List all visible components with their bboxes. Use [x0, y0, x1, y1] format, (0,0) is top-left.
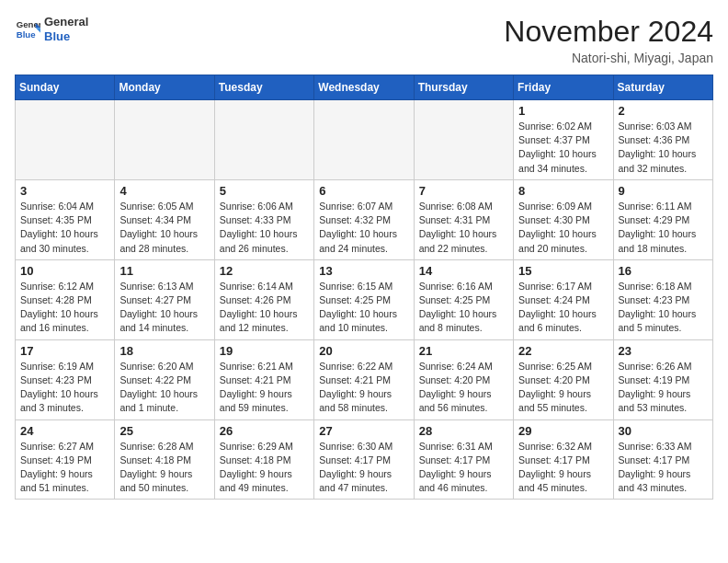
calendar-cell: 16Sunrise: 6:18 AM Sunset: 4:23 PM Dayli… — [613, 259, 712, 339]
day-info: Sunrise: 6:13 AM Sunset: 4:27 PM Dayligh… — [119, 280, 209, 336]
day-info: Sunrise: 6:06 AM Sunset: 4:33 PM Dayligh… — [220, 200, 309, 256]
day-number: 9 — [619, 184, 708, 198]
day-number: 28 — [419, 424, 508, 438]
day-info: Sunrise: 6:31 AM Sunset: 4:17 PM Dayligh… — [419, 440, 508, 496]
week-row-5: 24Sunrise: 6:27 AM Sunset: 4:19 PM Dayli… — [16, 419, 713, 500]
calendar-cell: 20Sunrise: 6:22 AM Sunset: 4:21 PM Dayli… — [314, 339, 414, 419]
day-info: Sunrise: 6:15 AM Sunset: 4:25 PM Dayligh… — [319, 280, 408, 336]
calendar-cell: 25Sunrise: 6:28 AM Sunset: 4:18 PM Dayli… — [115, 419, 214, 500]
day-info: Sunrise: 6:03 AM Sunset: 4:36 PM Dayligh… — [619, 120, 708, 176]
day-info: Sunrise: 6:29 AM Sunset: 4:18 PM Dayligh… — [220, 440, 309, 496]
calendar-cell — [214, 100, 313, 180]
calendar-cell: 4Sunrise: 6:05 AM Sunset: 4:34 PM Daylig… — [115, 179, 214, 259]
day-number: 30 — [619, 424, 708, 438]
day-number: 11 — [119, 264, 209, 278]
weekday-header-sunday: Sunday — [16, 75, 115, 100]
day-number: 26 — [220, 424, 309, 438]
calendar-cell — [414, 100, 513, 180]
calendar-cell: 26Sunrise: 6:29 AM Sunset: 4:18 PM Dayli… — [214, 419, 313, 500]
calendar-cell: 27Sunrise: 6:30 AM Sunset: 4:17 PM Dayli… — [314, 419, 414, 500]
page-header: General Blue General Blue November 2024 … — [15, 15, 713, 65]
calendar-cell: 28Sunrise: 6:31 AM Sunset: 4:17 PM Dayli… — [414, 419, 513, 500]
day-number: 14 — [419, 264, 508, 278]
day-info: Sunrise: 6:18 AM Sunset: 4:23 PM Dayligh… — [619, 280, 708, 336]
day-info: Sunrise: 6:09 AM Sunset: 4:30 PM Dayligh… — [518, 200, 608, 256]
day-info: Sunrise: 6:05 AM Sunset: 4:34 PM Dayligh… — [119, 200, 209, 256]
day-number: 10 — [20, 264, 109, 278]
day-info: Sunrise: 6:12 AM Sunset: 4:28 PM Dayligh… — [20, 280, 109, 336]
day-number: 19 — [220, 344, 309, 358]
logo-icon: General Blue — [15, 17, 40, 42]
day-number: 25 — [119, 424, 209, 438]
day-info: Sunrise: 6:30 AM Sunset: 4:17 PM Dayligh… — [319, 440, 408, 496]
day-info: Sunrise: 6:26 AM Sunset: 4:19 PM Dayligh… — [619, 360, 708, 416]
day-info: Sunrise: 6:07 AM Sunset: 4:32 PM Dayligh… — [319, 200, 408, 256]
calendar-cell: 8Sunrise: 6:09 AM Sunset: 4:30 PM Daylig… — [514, 179, 613, 259]
day-number: 29 — [518, 424, 608, 438]
calendar-cell: 24Sunrise: 6:27 AM Sunset: 4:19 PM Dayli… — [16, 419, 115, 500]
day-info: Sunrise: 6:21 AM Sunset: 4:21 PM Dayligh… — [220, 360, 309, 416]
day-number: 15 — [518, 264, 608, 278]
day-number: 6 — [319, 184, 408, 198]
calendar-cell: 21Sunrise: 6:24 AM Sunset: 4:20 PM Dayli… — [414, 339, 513, 419]
calendar-cell: 22Sunrise: 6:25 AM Sunset: 4:20 PM Dayli… — [514, 339, 613, 419]
calendar-cell: 18Sunrise: 6:20 AM Sunset: 4:22 PM Dayli… — [115, 339, 214, 419]
day-info: Sunrise: 6:16 AM Sunset: 4:25 PM Dayligh… — [419, 280, 508, 336]
weekday-header-wednesday: Wednesday — [314, 75, 414, 100]
calendar-cell: 1Sunrise: 6:02 AM Sunset: 4:37 PM Daylig… — [514, 100, 613, 180]
calendar-cell: 19Sunrise: 6:21 AM Sunset: 4:21 PM Dayli… — [214, 339, 313, 419]
calendar-cell — [314, 100, 414, 180]
day-number: 20 — [319, 344, 408, 358]
day-number: 13 — [319, 264, 408, 278]
day-number: 4 — [119, 184, 209, 198]
day-number: 1 — [518, 104, 608, 118]
calendar-cell: 14Sunrise: 6:16 AM Sunset: 4:25 PM Dayli… — [414, 259, 513, 339]
day-info: Sunrise: 6:19 AM Sunset: 4:23 PM Dayligh… — [20, 360, 109, 416]
day-number: 2 — [619, 104, 708, 118]
calendar-cell: 12Sunrise: 6:14 AM Sunset: 4:26 PM Dayli… — [214, 259, 313, 339]
week-row-4: 17Sunrise: 6:19 AM Sunset: 4:23 PM Dayli… — [16, 339, 713, 419]
day-info: Sunrise: 6:17 AM Sunset: 4:24 PM Dayligh… — [518, 280, 608, 336]
day-info: Sunrise: 6:02 AM Sunset: 4:37 PM Dayligh… — [518, 120, 608, 176]
day-info: Sunrise: 6:33 AM Sunset: 4:17 PM Dayligh… — [619, 440, 708, 496]
weekday-header-friday: Friday — [514, 75, 613, 100]
day-number: 21 — [419, 344, 508, 358]
calendar: SundayMondayTuesdayWednesdayThursdayFrid… — [15, 75, 713, 500]
calendar-cell: 10Sunrise: 6:12 AM Sunset: 4:28 PM Dayli… — [16, 259, 115, 339]
day-info: Sunrise: 6:24 AM Sunset: 4:20 PM Dayligh… — [419, 360, 508, 416]
day-number: 16 — [619, 264, 708, 278]
calendar-cell — [115, 100, 214, 180]
calendar-cell: 30Sunrise: 6:33 AM Sunset: 4:17 PM Dayli… — [613, 419, 712, 500]
day-info: Sunrise: 6:32 AM Sunset: 4:17 PM Dayligh… — [518, 440, 608, 496]
weekday-header-monday: Monday — [115, 75, 214, 100]
calendar-cell — [16, 100, 115, 180]
calendar-cell: 3Sunrise: 6:04 AM Sunset: 4:35 PM Daylig… — [16, 179, 115, 259]
day-info: Sunrise: 6:04 AM Sunset: 4:35 PM Dayligh… — [20, 200, 109, 256]
week-row-1: 1Sunrise: 6:02 AM Sunset: 4:37 PM Daylig… — [16, 100, 713, 180]
logo-line1: General — [44, 15, 88, 29]
calendar-cell: 17Sunrise: 6:19 AM Sunset: 4:23 PM Dayli… — [16, 339, 115, 419]
title-block: November 2024 Natori-shi, Miyagi, Japan — [504, 15, 713, 65]
weekday-header-saturday: Saturday — [613, 75, 712, 100]
day-info: Sunrise: 6:28 AM Sunset: 4:18 PM Dayligh… — [119, 440, 209, 496]
calendar-cell: 13Sunrise: 6:15 AM Sunset: 4:25 PM Dayli… — [314, 259, 414, 339]
calendar-cell: 7Sunrise: 6:08 AM Sunset: 4:31 PM Daylig… — [414, 179, 513, 259]
day-info: Sunrise: 6:20 AM Sunset: 4:22 PM Dayligh… — [119, 360, 209, 416]
day-info: Sunrise: 6:11 AM Sunset: 4:29 PM Dayligh… — [619, 200, 708, 256]
day-number: 17 — [20, 344, 109, 358]
weekday-row: SundayMondayTuesdayWednesdayThursdayFrid… — [16, 75, 713, 100]
calendar-header: SundayMondayTuesdayWednesdayThursdayFrid… — [16, 75, 713, 100]
month-title: November 2024 — [504, 15, 713, 49]
day-info: Sunrise: 6:27 AM Sunset: 4:19 PM Dayligh… — [20, 440, 109, 496]
day-number: 7 — [419, 184, 508, 198]
calendar-cell: 29Sunrise: 6:32 AM Sunset: 4:17 PM Dayli… — [514, 419, 613, 500]
day-number: 5 — [220, 184, 309, 198]
calendar-cell: 2Sunrise: 6:03 AM Sunset: 4:36 PM Daylig… — [613, 100, 712, 180]
svg-text:Blue: Blue — [17, 29, 36, 39]
day-number: 18 — [119, 344, 209, 358]
day-info: Sunrise: 6:25 AM Sunset: 4:20 PM Dayligh… — [518, 360, 608, 416]
calendar-body: 1Sunrise: 6:02 AM Sunset: 4:37 PM Daylig… — [16, 100, 713, 500]
logo: General Blue General Blue — [15, 15, 88, 43]
day-number: 22 — [518, 344, 608, 358]
day-number: 27 — [319, 424, 408, 438]
